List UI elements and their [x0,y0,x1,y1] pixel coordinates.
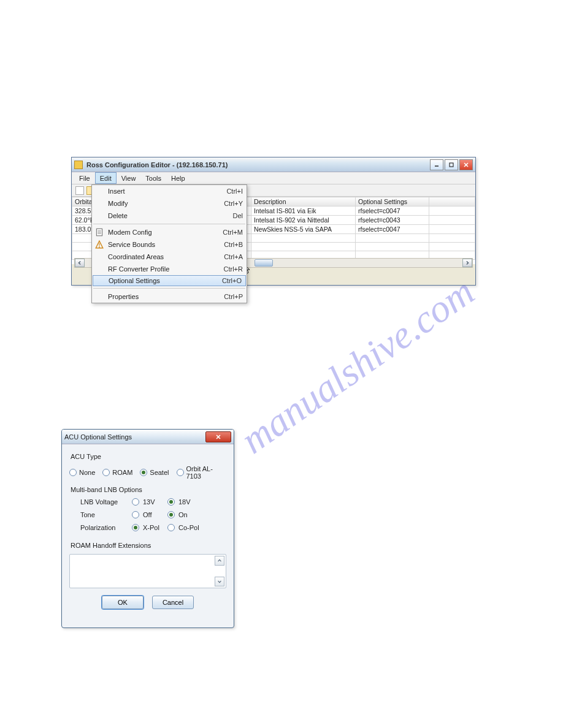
radio-off-label: Off [143,511,151,518]
menu-shortcut: Del [232,212,243,219]
menu-item-label: Delete [108,212,128,219]
titlebar[interactable]: Ross Configuration Editor - (192.168.150… [72,157,475,172]
cell-opt: rfselect=c0043 [356,216,429,225]
dialog-title: ACU Optional Settings [64,433,205,441]
roam-handoff-label: ROAM Handoff Extensions [71,542,226,549]
list-down-button[interactable] [215,577,224,586]
app-icon [74,161,83,169]
scroll-left-button[interactable] [75,259,85,267]
warning-triangle-icon [94,240,104,249]
menu-item-label: Insert [108,188,125,195]
tone-label: Tone [80,511,132,518]
menu-item-rf-converter-profile[interactable]: RF Converter Profile Ctrl+R [92,263,247,275]
watermark-text: manualshive.com [232,269,483,463]
acu-type-group: None ROAM Seatel Orbit AL-7103 [69,465,226,480]
menu-help[interactable]: Help [166,172,190,184]
svg-point-10 [99,246,100,248]
radio-tone-on[interactable] [167,511,175,518]
acu-type-label: ACU Type [71,453,226,460]
menu-tools[interactable]: Tools [140,172,166,184]
menu-item-modem-config[interactable]: Modem Config Ctrl+M [92,226,247,238]
edit-menu-dropdown: Insert Ctrl+I Modify Ctrl+Y Delete Del M… [91,184,247,303]
menu-item-label: Service Bounds [108,241,155,248]
cell-desc: Intelsat IS-801 via Eik [251,207,356,216]
menu-item-insert[interactable]: Insert Ctrl+I [92,185,247,197]
new-file-icon[interactable] [75,186,84,195]
menu-shortcut: Ctrl+M [223,229,243,236]
radio-xpol-label: X-Pol [143,524,159,531]
menu-shortcut: Ctrl+A [224,253,243,260]
menu-item-label: Properties [108,293,139,300]
menu-shortcut: Ctrl+P [224,293,243,300]
svg-rect-1 [450,163,453,167]
lnb-voltage-label: LNB Voltage [80,498,132,506]
menu-item-coordinated-areas[interactable]: Coordinated Areas Ctrl+A [92,251,247,263]
menu-shortcut: Ctrl+I [226,188,243,195]
titlebar[interactable]: ACU Optional Settings [62,430,234,444]
page-icon [94,227,104,237]
radio-on-label: On [178,511,188,518]
cell-opt: rfselect=c0047 [356,225,429,234]
menu-item-delete[interactable]: Delete Del [92,210,247,222]
ok-button[interactable]: OK [102,596,144,609]
menu-file[interactable]: File [74,172,95,184]
radio-18v-label: 18V [178,498,191,506]
menu-item-label: RF Converter Profile [108,265,169,273]
cell-desc: Intelsat IS-902 via Nittedal [251,216,356,225]
cell-desc: NewSkies NSS-5 via SAPA [251,225,356,234]
menu-shortcut: Ctrl+R [224,265,243,273]
maximize-button[interactable] [445,159,458,170]
radio-13v-label: 13V [143,498,155,506]
menu-shortcut: Ctrl+O [222,277,242,284]
menu-item-label: Modem Config [108,229,152,236]
menu-edit[interactable]: Edit [95,172,117,184]
menu-item-label: Modify [108,200,128,207]
radio-tone-off[interactable] [132,511,139,518]
minimize-button[interactable] [430,159,443,170]
window-title: Ross Configuration Editor - (192.168.150… [86,161,430,169]
radio-copol[interactable] [167,524,175,531]
ross-config-editor-window: Ross Configuration Editor - (192.168.150… [71,157,476,286]
menu-shortcut: Ctrl+B [224,241,243,248]
menu-item-label: Coordinated Areas [108,253,164,260]
scroll-thumb[interactable] [255,259,273,267]
radio-orbit[interactable] [177,469,184,476]
list-up-button[interactable] [215,556,224,566]
menu-item-optional-settings[interactable]: Optional Settings Ctrl+O [93,275,246,286]
radio-seatel-label: Seatel [150,469,169,476]
cell-opt: rfselect=c0047 [356,207,429,216]
radio-copol-label: Co-Pol [178,524,199,531]
menu-item-modify[interactable]: Modify Ctrl+Y [92,197,247,210]
radio-xpol[interactable] [132,524,139,531]
menu-shortcut: Ctrl+Y [224,200,243,207]
menubar: File Edit View Tools Help [72,172,475,184]
menu-item-label: Optional Settings [109,277,160,284]
radio-orbit-label: Orbit AL-7103 [186,465,222,480]
menu-separator [93,224,245,224]
menu-item-properties[interactable]: Properties Ctrl+P [92,290,247,303]
col-description[interactable]: Description [251,197,356,207]
scroll-right-button[interactable] [462,259,472,267]
col-optional-settings[interactable]: Optional Settings [356,197,429,207]
close-button[interactable] [459,159,473,170]
radio-roam[interactable] [102,469,110,476]
radio-seatel[interactable] [140,469,147,476]
radio-none-label: None [79,469,95,476]
radio-18v[interactable] [167,498,175,506]
radio-none[interactable] [69,469,77,476]
radio-13v[interactable] [132,498,139,506]
cancel-button[interactable]: Cancel [152,596,194,609]
polarization-label: Polarization [80,524,132,531]
lnb-options-grid: LNB Voltage 13V 18V Tone Off On Polariza… [80,498,226,531]
lnb-options-label: Multi-band LNB Options [71,486,226,493]
close-button[interactable] [205,431,231,442]
roam-handoff-list[interactable] [69,554,226,588]
menu-item-service-bounds[interactable]: Service Bounds Ctrl+B [92,238,247,251]
acu-optional-settings-dialog: ACU Optional Settings ACU Type None ROAM… [61,429,234,628]
menu-separator [93,288,245,289]
menu-view[interactable]: View [117,172,141,184]
radio-roam-label: ROAM [112,469,132,476]
